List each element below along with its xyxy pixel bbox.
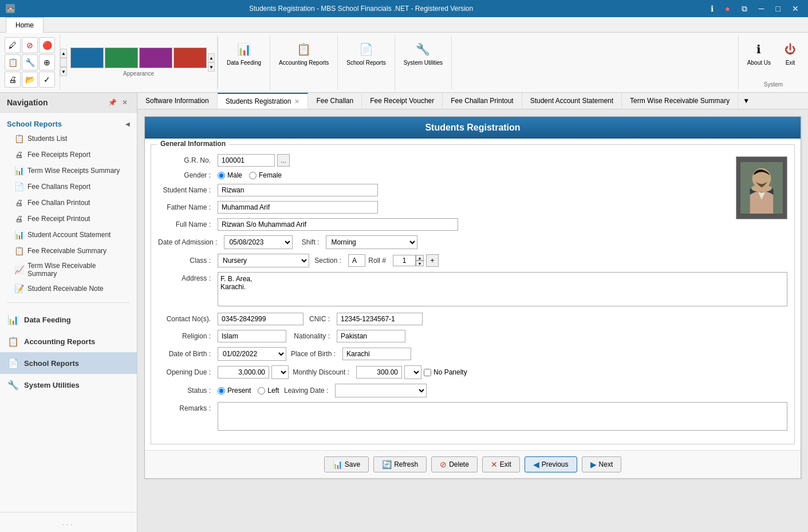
sidebar-item-term-wise-receivable-summary[interactable]: 📈 Term Wise Receivable Summary bbox=[9, 259, 130, 281]
swatch-right-up[interactable]: ▲ bbox=[208, 53, 215, 62]
no-penalty-checkbox[interactable] bbox=[424, 369, 431, 376]
address-textarea[interactable]: F. B. Area, Karachi. bbox=[218, 272, 787, 306]
student-name-input[interactable] bbox=[218, 184, 378, 196]
ribbon-btn-accounting-reports[interactable]: 📋 Accounting Reports bbox=[275, 37, 333, 69]
color-swatch-purple[interactable] bbox=[139, 48, 172, 68]
ribbon-icon-btn-7[interactable]: 🖨 bbox=[5, 72, 21, 88]
leaving-date-select[interactable] bbox=[335, 384, 427, 397]
close-button[interactable]: ✕ bbox=[789, 3, 802, 15]
religion-input[interactable] bbox=[218, 330, 286, 342]
swatch-right-down[interactable]: ▼ bbox=[208, 62, 215, 72]
ribbon-icon-btn-8[interactable]: 📂 bbox=[22, 72, 38, 88]
swatch-mid-btn[interactable] bbox=[60, 58, 67, 67]
sidebar-main-school-reports[interactable]: 📄 School Reports bbox=[0, 352, 137, 374]
color-swatch-green[interactable] bbox=[105, 48, 138, 68]
ribbon-icon-btn-9[interactable]: ✓ bbox=[39, 72, 55, 88]
tab-students-registration-close[interactable]: ✕ bbox=[294, 98, 299, 105]
sidebar-main-data-feeding[interactable]: 📊 Data Feeding bbox=[0, 309, 137, 330]
tab-student-account-statement[interactable]: Student Account Statement bbox=[522, 93, 622, 108]
ribbon-icon-btn-5[interactable]: 🔧 bbox=[22, 54, 38, 70]
cnic-input[interactable] bbox=[337, 313, 423, 325]
gender-female-radio[interactable] bbox=[249, 172, 257, 179]
section-input[interactable] bbox=[348, 254, 365, 267]
nationality-input[interactable] bbox=[337, 330, 405, 342]
ribbon-btn-exit[interactable]: ⏻ Exit bbox=[777, 37, 803, 69]
exit-form-button[interactable]: ✕ Exit bbox=[482, 456, 520, 472]
sidebar-item-fee-receipt-printout[interactable]: 🖨 Fee Receipt Printout bbox=[9, 211, 130, 227]
sidebar-item-term-wise-receipts[interactable]: 📊 Term Wise Receipts Summary bbox=[9, 163, 130, 179]
sidebar-item-student-account-statement[interactable]: 📊 Student Account Statement bbox=[9, 227, 130, 243]
ribbon-btn-data-feeding[interactable]: 📊 Data Feeding bbox=[223, 37, 265, 69]
ribbon-icon-btn-2[interactable]: ⊘ bbox=[22, 37, 38, 53]
sidebar-item-fee-receivable-summary[interactable]: 📋 Fee Receivable Summary bbox=[9, 243, 130, 259]
tab-fee-challan[interactable]: Fee Challan bbox=[308, 93, 362, 108]
no-penalty-label[interactable]: No Panelty bbox=[424, 368, 467, 376]
roll-input[interactable] bbox=[393, 255, 416, 266]
sidebar-item-fee-challan-printout[interactable]: 🖨 Fee Challan Printout bbox=[9, 195, 130, 211]
color-swatch-red[interactable] bbox=[174, 48, 207, 68]
sidebar-pin-btn[interactable]: 📌 bbox=[107, 97, 117, 108]
date-admission-input[interactable]: 05/08/2023 bbox=[224, 235, 293, 249]
info-button[interactable]: ℹ bbox=[707, 3, 717, 15]
swatch-up-btn[interactable]: ▲ bbox=[60, 49, 67, 58]
monthly-discount-input[interactable] bbox=[356, 366, 402, 379]
class-select[interactable]: Nursery bbox=[218, 254, 309, 267]
close-red-button[interactable]: ● bbox=[722, 3, 733, 15]
gender-male-label[interactable]: Male bbox=[218, 171, 242, 179]
sidebar-item-fee-receipts-report[interactable]: 🖨 Fee Receipts Report bbox=[9, 147, 130, 163]
ribbon-icon-btn-4[interactable]: 📋 bbox=[5, 54, 21, 70]
gr-no-input[interactable] bbox=[218, 154, 275, 167]
ribbon-icon-btn-6[interactable]: ⊕ bbox=[39, 54, 55, 70]
opening-due-input[interactable] bbox=[218, 366, 269, 379]
monthly-discount-select[interactable]: ▼ bbox=[404, 365, 421, 379]
title-bar-controls[interactable]: ℹ ● ⧉ ─ □ ✕ bbox=[707, 3, 802, 15]
maximize-button[interactable]: □ bbox=[772, 3, 784, 15]
opening-due-select[interactable]: ▼ bbox=[271, 365, 289, 379]
ribbon-btn-system-utilities[interactable]: 🔧 System Utilities bbox=[400, 37, 447, 69]
swatch-down-btn[interactable]: ▼ bbox=[60, 67, 67, 76]
roll-add-btn[interactable]: + bbox=[426, 254, 439, 267]
remarks-textarea[interactable] bbox=[218, 402, 787, 431]
restore-button[interactable]: ⧉ bbox=[738, 3, 751, 15]
tab-software-information[interactable]: Software Information bbox=[137, 93, 218, 108]
sidebar-main-accounting-reports[interactable]: 📋 Accounting Reports bbox=[0, 330, 137, 352]
delete-button[interactable]: ⊘ Delete bbox=[431, 456, 478, 472]
sidebar-close-btn[interactable]: ✕ bbox=[120, 97, 130, 108]
previous-button[interactable]: ◀ Previous bbox=[525, 456, 577, 472]
sidebar-item-student-receivable-note[interactable]: 📝 Student Receivable Note bbox=[9, 281, 130, 297]
roll-spin-up[interactable]: ▲ bbox=[416, 255, 424, 261]
shift-select[interactable]: Morning Evening bbox=[326, 235, 417, 249]
gr-no-browse-btn[interactable]: … bbox=[277, 154, 290, 167]
status-left-radio[interactable] bbox=[258, 387, 265, 395]
sidebar-section-school-reports-header[interactable]: School Reports ◀ bbox=[7, 117, 130, 131]
minimize-button[interactable]: ─ bbox=[755, 3, 768, 15]
full-name-input[interactable] bbox=[218, 218, 458, 231]
tab-more-btn[interactable]: ▼ bbox=[738, 94, 754, 107]
save-button[interactable]: 📊 Save bbox=[324, 456, 369, 472]
status-present-label[interactable]: Present bbox=[218, 387, 251, 395]
gender-male-radio[interactable] bbox=[218, 172, 225, 179]
next-button[interactable]: ▶ Next bbox=[582, 456, 622, 472]
ribbon-icon-btn-3[interactable]: 🔴 bbox=[39, 37, 55, 53]
refresh-button[interactable]: 🔄 Refresh bbox=[373, 456, 427, 472]
tab-fee-receipt-voucher[interactable]: Fee Receipt Voucher bbox=[362, 93, 443, 108]
tab-students-registration[interactable]: Students Registration ✕ bbox=[218, 93, 309, 109]
sidebar-item-fee-challans-report[interactable]: 📄 Fee Challans Report bbox=[9, 179, 130, 195]
roll-spin-down[interactable]: ▼ bbox=[416, 261, 424, 266]
sidebar-item-students-list[interactable]: 📋 Students List bbox=[9, 131, 130, 147]
ribbon-btn-school-reports[interactable]: 📄 School Reports bbox=[342, 37, 389, 69]
ribbon-tab-home[interactable]: Home bbox=[6, 17, 44, 33]
dob-select[interactable]: 01/02/2022 bbox=[218, 347, 286, 361]
color-swatch-blue[interactable] bbox=[70, 48, 104, 68]
status-left-label[interactable]: Left bbox=[258, 387, 279, 395]
pob-input[interactable] bbox=[342, 348, 411, 360]
status-present-radio[interactable] bbox=[218, 387, 225, 395]
gender-female-label[interactable]: Female bbox=[249, 171, 282, 179]
tab-term-wise-receivable-summary[interactable]: Term Wise Receivable Summary bbox=[622, 93, 738, 108]
tab-fee-challan-printout[interactable]: Fee Challan Printout bbox=[443, 93, 522, 108]
sidebar-main-system-utilities[interactable]: 🔧 System Utilities bbox=[0, 374, 137, 396]
ribbon-btn-about[interactable]: ℹ About Us bbox=[743, 37, 775, 69]
ribbon-icon-btn-1[interactable]: 🖊 bbox=[5, 37, 21, 53]
father-name-input[interactable] bbox=[218, 201, 378, 214]
contact-input[interactable] bbox=[218, 313, 304, 325]
